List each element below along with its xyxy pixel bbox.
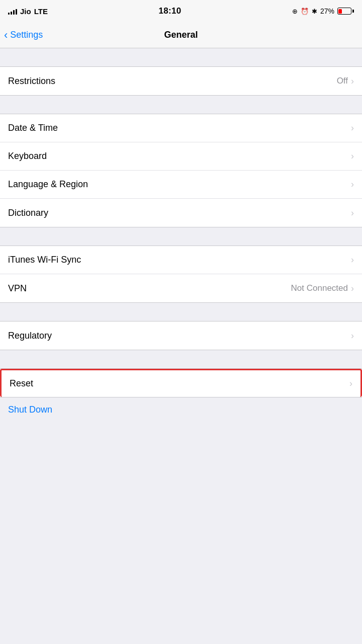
itunes-wifi-sync-label: iTunes Wi-Fi Sync (8, 255, 81, 265)
vpn-row[interactable]: VPN Not Connected › (0, 274, 362, 302)
shutdown-section: Shut Down (0, 397, 362, 418)
carrier-label: Jio (20, 7, 31, 16)
regulatory-chevron-icon: › (351, 331, 354, 341)
status-right: ⊕ ⏰ ✱ 27% (292, 7, 354, 15)
battery-icon (337, 8, 354, 15)
section-gap-top (0, 48, 362, 66)
restrictions-right: Off › (337, 76, 354, 87)
section-gap-2 (0, 227, 362, 246)
language-region-row[interactable]: Language & Region › (0, 171, 362, 199)
itunes-section: iTunes Wi-Fi Sync › VPN Not Connected › (0, 246, 362, 303)
vpn-chevron-icon: › (351, 283, 354, 294)
back-button[interactable]: ‹ Settings (4, 30, 43, 41)
date-time-right: › (351, 123, 354, 133)
vpn-right: Not Connected › (291, 283, 354, 294)
regulatory-section: Regulatory › (0, 321, 362, 350)
restrictions-row[interactable]: Restrictions Off › (0, 67, 362, 95)
reset-right: › (349, 378, 352, 389)
restrictions-section: Restrictions Off › (0, 66, 362, 96)
location-icon: ⊕ (292, 8, 298, 15)
back-chevron-icon: ‹ (4, 30, 8, 41)
dictionary-label: Dictionary (8, 208, 48, 218)
status-bar: Jio LTE 18:10 ⊕ ⏰ ✱ 27% (0, 0, 362, 22)
section-gap-1 (0, 96, 362, 114)
back-label: Settings (10, 30, 43, 40)
network-type-label: LTE (34, 7, 48, 16)
keyboard-label: Keyboard (8, 151, 47, 162)
section-gap-4 (0, 350, 362, 368)
dictionary-row[interactable]: Dictionary › (0, 199, 362, 227)
restrictions-label: Restrictions (8, 76, 55, 87)
regulatory-row[interactable]: Regulatory › (0, 321, 362, 350)
reset-chevron-icon: › (349, 378, 352, 389)
language-region-chevron-icon: › (351, 179, 354, 190)
shutdown-button[interactable]: Shut Down (8, 405, 52, 415)
alarm-icon: ⏰ (301, 8, 309, 15)
regulatory-label: Regulatory (8, 331, 52, 341)
status-left: Jio LTE (8, 7, 48, 16)
dictionary-right: › (351, 208, 354, 218)
keyboard-row[interactable]: Keyboard › (0, 142, 362, 171)
nav-bar: ‹ Settings General (0, 22, 362, 48)
itunes-right: › (351, 255, 354, 265)
regulatory-right: › (351, 331, 354, 341)
restrictions-value: Off (337, 76, 348, 86)
date-time-row[interactable]: Date & Time › (0, 114, 362, 142)
signal-bars-icon (8, 8, 17, 15)
keyboard-chevron-icon: › (351, 151, 354, 162)
page-title: General (164, 30, 198, 40)
restrictions-chevron-icon: › (351, 76, 354, 87)
date-time-chevron-icon: › (351, 123, 354, 133)
keyboard-right: › (351, 151, 354, 162)
datetime-section: Date & Time › Keyboard › Language & Regi… (0, 114, 362, 227)
section-gap-3 (0, 303, 362, 321)
vpn-value: Not Connected (291, 283, 348, 293)
vpn-label: VPN (8, 283, 27, 294)
language-region-label: Language & Region (8, 179, 88, 190)
itunes-chevron-icon: › (351, 255, 354, 265)
dictionary-chevron-icon: › (351, 208, 354, 218)
bluetooth-icon: ✱ (312, 8, 317, 15)
date-time-label: Date & Time (8, 123, 58, 133)
reset-row[interactable]: Reset › (0, 369, 362, 397)
reset-label: Reset (10, 378, 33, 389)
status-time: 18:10 (158, 6, 181, 16)
itunes-wifi-sync-row[interactable]: iTunes Wi-Fi Sync › (0, 246, 362, 274)
language-region-right: › (351, 179, 354, 190)
battery-percent-label: 27% (320, 7, 334, 15)
reset-section: Reset › (0, 368, 362, 397)
